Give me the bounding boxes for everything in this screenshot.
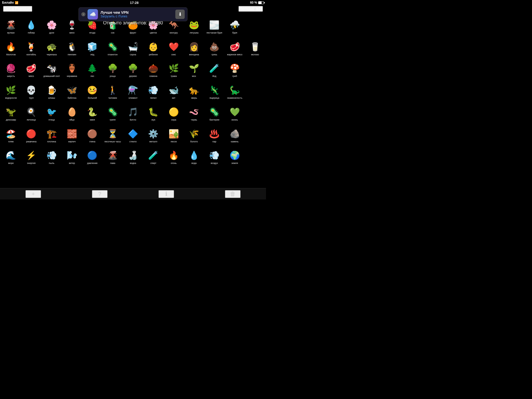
grid-item-mushroom[interactable]: 🍄гриб [225,57,244,78]
label-brick: кирпич [68,141,76,143]
grid-item-meat[interactable]: 🥩мясо [21,57,41,78]
grid-item-friedmeat[interactable]: 🥩жареное мясо [225,35,244,57]
grid-item-turtle[interactable]: 🐢черепаха [42,35,62,57]
grid-item-tree[interactable]: 🌳дерево [123,57,143,78]
grid-item-sulfur[interactable]: 🟡сера [164,101,183,122]
premium-button[interactable]: Get a Premium [3,6,32,12]
grid-item-water[interactable]: 💧вода [184,144,204,165]
grid-item-child[interactable]: 👶ребенок [143,35,163,57]
grid-item-whale[interactable]: 🐋кит [164,79,183,100]
grid-item-egg[interactable]: 🥚яйцо [62,101,82,122]
grid-item-sauna[interactable]: 🛁сауна [123,35,143,57]
grid-item-steam[interactable]: ♨️пар [204,122,224,144]
icon-turtle: 🐢 [45,41,58,53]
icon-milk: 🥛 [249,41,261,53]
grid-item-rust[interactable]: 🔴ржавчина [21,122,41,144]
grid-item-beatles[interactable]: 🎵Битлз [123,101,143,122]
grid-item-drunk[interactable]: 🍺алкаш [42,79,62,100]
grid-item-perfume[interactable]: 🌸духи [42,14,62,35]
grid-item-plankton[interactable]: 🦠планктон [103,35,123,57]
grid-item-wool[interactable]: 🧶шерсть [1,57,21,78]
grid-item-extra6[interactable] [245,144,265,165]
grid-item-ash[interactable]: 💨пепел [143,79,163,100]
grid-item-lizard[interactable]: 🦎ящерица [204,79,224,100]
remove-ads-button[interactable]: Remove ads [238,6,263,12]
grid-item-corpse[interactable]: 💀труп [21,79,41,100]
ad-banner[interactable]: i ☁️ Лучше чем VPN Загрузить с iTunes ⬇ [78,7,188,21]
grid-item-sea[interactable]: 🌊море [1,144,21,165]
grid-item-fire[interactable]: 🔥огонь [164,144,183,165]
grid-item-hourglass[interactable]: ⏳песочные часы [103,122,123,144]
grid-item-forest[interactable]: 🌲лес [82,57,102,78]
grid-item-clay[interactable]: 🟤глина [82,122,102,144]
grid-item-dam[interactable]: 🏗️плотина [42,122,62,144]
grid-item-flu[interactable]: 🦠грипп [103,101,123,122]
grid-item-element[interactable]: ⚗️элемент [123,79,143,100]
grid-item-energy[interactable]: ⚡энергия [21,144,41,165]
grid-item-fossil[interactable]: 🦕окаменелость [225,79,244,100]
grid-item-bug[interactable]: 🐛жук [143,101,163,122]
grid-item-sand[interactable]: 🏜️песок [164,122,183,144]
grid-item-seeds[interactable]: 🌰семена [143,57,163,78]
grid-item-lava[interactable]: 🌋лава [103,144,123,165]
grid-item-wind[interactable]: 🌬️ветер [62,144,82,165]
grid-item-algae[interactable]: 🌿водоросли [1,79,21,100]
grid-item-stone[interactable]: 🪨камень [225,122,244,144]
grid-item-volcano[interactable]: 🌋вулкан [1,14,21,35]
grid-item-bird[interactable]: 🐦птица [42,101,62,122]
grid-item-ceramics[interactable]: 🏺керамика [62,57,82,78]
grid-item-vodka[interactable]: 🍶водка [123,144,143,165]
grid-item-extra3[interactable] [245,79,265,100]
grid-item-woman[interactable]: 👩женщина [184,35,204,57]
grid-item-milk[interactable]: 🥛молоко [245,35,265,57]
trash-button[interactable]: 🗑 [225,190,241,198]
grid-item-snake[interactable]: 🐍змея [82,101,102,122]
grid-item-worm[interactable]: 🪱червь [184,101,204,122]
grid-item-beast[interactable]: 🐆зверь [184,79,204,100]
grid-item-sick[interactable]: 🤒больной [82,79,102,100]
grid-item-brick[interactable]: 🧱кирпич [62,122,82,144]
icon-dirt: 💩 [208,41,221,53]
grid-item-extra4[interactable] [245,101,265,122]
grid-item-grass[interactable]: 🌿трава [164,57,183,78]
grid-item-alcohol[interactable]: 🧪спирт [143,144,163,165]
grid-item-pressure[interactable]: 🔵давление [82,144,102,165]
grid-item-sex[interactable]: ❤️секс [164,35,183,57]
grid-item-molotov[interactable]: 🔥Молотов [1,35,21,57]
label-drunk: алкаш [48,97,55,99]
grid-item-butterfly[interactable]: 🦋бабочка [62,79,82,100]
grid-item-iodine[interactable]: 🧪йод [204,57,224,78]
grid-item-penguin[interactable]: 🐧пингвин [62,35,82,57]
grid-item-dust[interactable]: 💨пыль [42,144,62,165]
grid-item-air[interactable]: 💨воздух [204,144,224,165]
grid-item-dinosaur[interactable]: 🦖динозавр [1,101,21,122]
grid-item-extra1[interactable] [245,14,265,35]
grid-item-bacteria[interactable]: 🦠бактерии [204,101,224,122]
grid-item-beach[interactable]: 🏖️пляж [1,122,21,144]
grid-item-metal[interactable]: ⚙️металл [143,122,163,144]
grid-item-glass[interactable]: 🔷стекло [123,122,143,144]
grid-item-cocktail[interactable]: 🍹коктейль [21,35,41,57]
grid-item-ice[interactable]: 🧊лёд [82,35,102,57]
grid-item-dirt[interactable]: 💩грязь [204,35,224,57]
grid-item-geyser[interactable]: 💧гейзер [21,14,41,35]
grid-item-livestock[interactable]: 🐄домашний скот [42,57,62,78]
add-button[interactable]: + [25,190,41,198]
grid-item-sandstorm[interactable]: 🌫️песчаная буря [204,14,224,35]
grid-item-extra5[interactable] [245,122,265,144]
grid-item-life[interactable]: 💚жизнь [225,101,244,122]
grid-item-earth[interactable]: 🌍земля [225,144,244,165]
info-button[interactable]: ℹ [158,190,174,198]
grid-item-swamp[interactable]: 🌾болото [184,122,204,144]
ad-download-button[interactable]: ⬇ [175,10,185,19]
grid-item-storm[interactable]: ⛈️буря [225,14,244,35]
grid-item-fried_egg[interactable]: 🍳яичница [21,101,41,122]
grid-item-moss[interactable]: 🌱мох [184,57,204,78]
ad-info-button[interactable]: i [81,12,85,16]
grid-item-human[interactable]: 🚶человек [103,79,123,100]
icon-algae: 🌿 [5,84,17,96]
help-button[interactable]: ? [92,190,108,198]
label-water: вода [191,162,197,165]
grid-item-grove[interactable]: 🌳роща [103,57,123,78]
grid-item-extra2[interactable] [245,57,265,78]
